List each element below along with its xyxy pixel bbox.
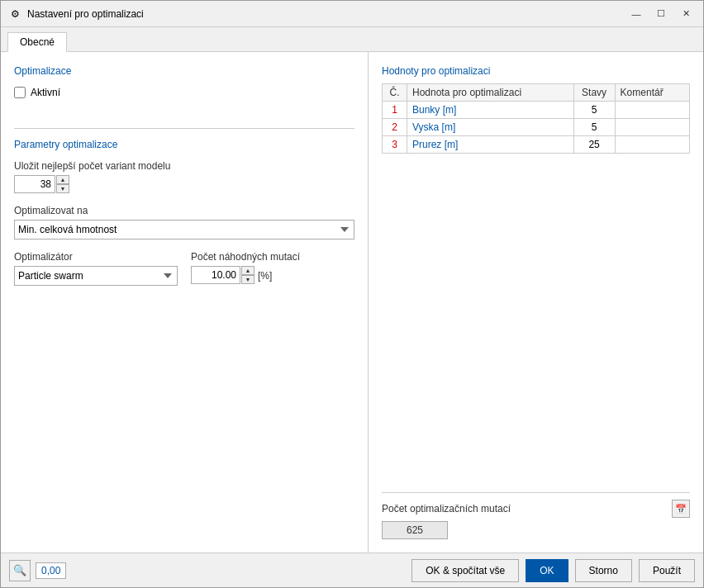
row-value: Vyska [m] — [407, 119, 574, 136]
optimize-select[interactable]: Min. celková hmotnost — [14, 220, 354, 239]
mutations-down[interactable]: ▼ — [241, 275, 254, 284]
footer-left: 🔍 0,00 — [9, 560, 405, 581]
titlebar-title: Nastavení pro optimalizaci — [27, 8, 626, 20]
optimizer-label: Optimalizátor — [14, 251, 178, 263]
row-comment — [615, 102, 689, 119]
ok-button[interactable]: OK — [526, 559, 568, 582]
active-label: Aktivní — [31, 87, 60, 98]
table-row: 2 Vyska [m] 5 — [383, 119, 690, 136]
row-value: Prurez [m] — [407, 136, 574, 154]
mutations-up[interactable]: ▲ — [241, 266, 254, 275]
row-states: 5 — [573, 102, 615, 119]
search-icon: 🔍 — [13, 564, 26, 576]
save-variants-row: 38 ▲ ▼ — [14, 175, 354, 193]
table-row: 1 Bunky [m] 5 — [383, 102, 690, 119]
row-comment — [615, 136, 689, 154]
row-num: 3 — [383, 136, 407, 154]
titlebar-icon: ⚙ — [7, 7, 22, 21]
main-window: ⚙ Nastavení pro optimalizaci — ☐ ✕ Obecn… — [0, 0, 704, 588]
right-section-title: Hodnoty pro optimalizaci — [382, 65, 690, 77]
optimizer-wrapper: Particle swarm — [14, 266, 178, 286]
active-row: Aktivní — [14, 83, 354, 102]
row-num: 1 — [383, 102, 407, 119]
tab-bar: Obecné — [1, 27, 703, 52]
tab-obecne[interactable]: Obecné — [7, 32, 67, 52]
left-panel: Optimalizace Aktivní Parametry optimaliz… — [1, 52, 369, 552]
footer: 🔍 0,00 OK & spočítat vše OK Storno Použí… — [1, 552, 703, 587]
maximize-button[interactable]: ☐ — [650, 6, 672, 22]
divider-1 — [14, 128, 354, 129]
optimize-label: Optimalizovat na — [14, 205, 354, 216]
mutations-bottom-value — [382, 521, 448, 539]
row-states: 5 — [573, 119, 615, 136]
bottom-right: Počet optimalizačních mutací 📅 — [382, 492, 690, 539]
active-checkbox[interactable] — [14, 87, 26, 98]
mutations-label: Počet náhodných mutací — [191, 251, 354, 263]
mutations-row: ▲ ▼ [%] — [191, 266, 354, 284]
save-variants-label: Uložit nejlepší počet variant modelu — [14, 160, 354, 172]
mutations-unit: [%] — [258, 270, 272, 284]
mutations-spinners: ▲ ▼ — [241, 266, 254, 284]
right-panel: Hodnoty pro optimalizaci Č. Hodnota pro … — [369, 52, 703, 552]
col-comment: Komentář — [615, 84, 689, 102]
mutations-bottom-row: Počet optimalizačních mutací 📅 — [382, 500, 690, 518]
calendar-icon[interactable]: 📅 — [672, 500, 690, 518]
col-num: Č. — [383, 84, 407, 102]
mutations-bottom-label: Počet optimalizačních mutací — [382, 503, 511, 514]
close-button[interactable]: ✕ — [675, 6, 697, 22]
optimizer-col: Optimalizátor Particle swarm — [14, 251, 178, 297]
row-num: 2 — [383, 119, 407, 136]
save-variants-input[interactable]: 38 — [14, 175, 55, 193]
optimizer-select[interactable]: Particle swarm — [14, 266, 178, 286]
titlebar: ⚙ Nastavení pro optimalizaci — ☐ ✕ — [1, 1, 703, 27]
row-comment — [615, 119, 689, 136]
save-variants-up[interactable]: ▲ — [56, 175, 69, 184]
titlebar-controls: — ☐ ✕ — [626, 6, 697, 22]
footer-value-display: 0,00 — [36, 562, 66, 579]
search-icon-button[interactable]: 🔍 — [9, 560, 31, 581]
params-section-title: Parametry optimalizace — [14, 139, 354, 150]
row-states: 25 — [573, 136, 615, 154]
col-value: Hodnota pro optimalizaci — [407, 84, 574, 102]
table-row: 3 Prurez [m] 25 — [383, 136, 690, 154]
cancel-button[interactable]: Storno — [575, 559, 632, 582]
mutations-col: Počet náhodných mutací ▲ ▼ [%] — [191, 251, 354, 296]
minimize-button[interactable]: — — [626, 6, 647, 22]
save-variants-down[interactable]: ▼ — [56, 184, 69, 193]
ok-all-button[interactable]: OK & spočítat vše — [411, 559, 519, 582]
apply-button[interactable]: Použít — [639, 559, 695, 582]
content-area: Optimalizace Aktivní Parametry optimaliz… — [1, 52, 703, 552]
mutations-input[interactable] — [191, 266, 240, 284]
col-states: Stavy — [573, 84, 615, 102]
row-value: Bunky [m] — [407, 102, 574, 119]
optimization-section-title: Optimalizace — [14, 65, 354, 77]
optimizer-mutations-row: Optimalizátor Particle swarm Počet náhod… — [14, 251, 354, 297]
save-variants-spinners: ▲ ▼ — [56, 175, 69, 193]
values-table: Č. Hodnota pro optimalizaci Stavy Koment… — [382, 83, 690, 154]
optimize-wrapper: Min. celková hmotnost — [14, 220, 354, 239]
